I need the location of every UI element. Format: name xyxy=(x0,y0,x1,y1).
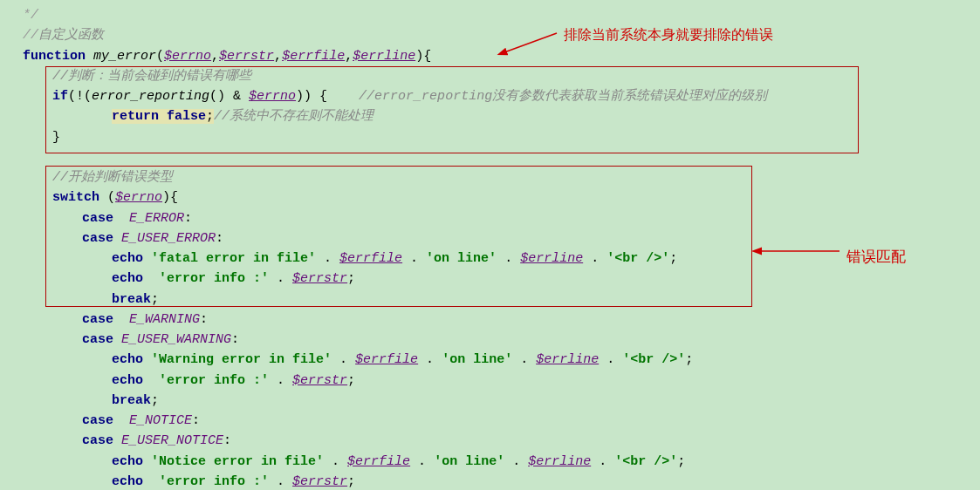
var-errno: $errno xyxy=(249,89,296,104)
kw-case: case xyxy=(82,433,113,448)
str-fatal: 'fatal error in file' xyxy=(151,251,316,266)
comment-custom-func: 自定义函数 xyxy=(38,28,104,43)
kw-echo: echo xyxy=(112,474,143,489)
param-errstr: $errstr xyxy=(219,49,274,64)
fn-name: my_error xyxy=(93,49,156,64)
kw-break: break xyxy=(112,393,151,408)
var-str: $errstr xyxy=(292,474,347,489)
const-notice: E_NOTICE xyxy=(129,413,192,428)
kw-switch: switch xyxy=(52,190,99,205)
kw-case: case xyxy=(82,332,113,347)
str-br: '<br />' xyxy=(614,454,677,469)
var-line: $errline xyxy=(520,251,583,266)
var-file: $errfile xyxy=(347,454,410,469)
code-block: */ //自定义函数 function my_error($errno,$err… xyxy=(0,0,980,490)
kw-echo: echo xyxy=(112,352,143,367)
var-str: $errstr xyxy=(292,373,347,388)
const-error: E_ERROR xyxy=(129,211,184,226)
const-unotice: E_USER_NOTICE xyxy=(121,433,223,448)
var-file: $errfile xyxy=(355,352,418,367)
var-line: $errline xyxy=(536,352,599,367)
str-notice: 'Notice error in file' xyxy=(151,454,324,469)
var-file: $errfile xyxy=(339,251,402,266)
param-errline: $errline xyxy=(353,49,415,64)
str-warning: 'Warning error in file' xyxy=(151,352,332,367)
str-online: 'on line' xyxy=(434,454,504,469)
kw-false: false xyxy=(167,109,206,124)
const-uwarning: E_USER_WARNING xyxy=(121,332,231,347)
kw-case: case xyxy=(82,312,113,327)
kw-break: break xyxy=(112,292,151,307)
var-errno2: $errno xyxy=(115,190,162,205)
kw-if: if xyxy=(52,89,68,104)
const-warning: E_WARNING xyxy=(129,312,200,327)
kw-echo: echo xyxy=(112,373,143,388)
const-uerror: E_USER_ERROR xyxy=(121,231,216,246)
str-info: 'error info :' xyxy=(159,271,269,286)
kw-case: case xyxy=(82,211,113,226)
comment-start-judge: //开始判断错误类型 xyxy=(52,170,173,185)
fn-error-reporting: error_reporting xyxy=(92,89,209,104)
kw-return: return xyxy=(112,109,159,124)
str-info: 'error info :' xyxy=(159,474,269,489)
str-info: 'error info :' xyxy=(159,373,269,388)
kw-case: case xyxy=(82,413,113,428)
comment-end: */ xyxy=(23,8,38,23)
comment-noexist: //系统中不存在则不能处理 xyxy=(214,109,373,124)
annotation-top: 排除当前系统本身就要排除的错误 xyxy=(564,24,773,46)
param-errno: $errno xyxy=(164,49,211,64)
kw-echo: echo xyxy=(112,271,143,286)
str-br: '<br />' xyxy=(622,352,685,367)
comment-judge: //判断：当前会碰到的错误有哪些 xyxy=(52,69,251,84)
param-errfile: $errfile xyxy=(282,49,345,64)
var-line: $errline xyxy=(528,454,591,469)
str-br: '<br />' xyxy=(607,251,669,266)
var-str: $errstr xyxy=(292,271,347,286)
comment-slash: // xyxy=(23,28,38,43)
str-online: 'on line' xyxy=(442,352,512,367)
kw-echo: echo xyxy=(112,454,143,469)
kw-echo: echo xyxy=(112,251,143,266)
annotation-right: 错误匹配 xyxy=(846,246,906,269)
kw-function: function xyxy=(23,49,86,64)
str-online: 'on line' xyxy=(426,251,497,266)
comment-er: //error_reporting没有参数代表获取当前系统错误处理对应的级别 xyxy=(359,89,767,104)
kw-case: case xyxy=(82,231,113,246)
